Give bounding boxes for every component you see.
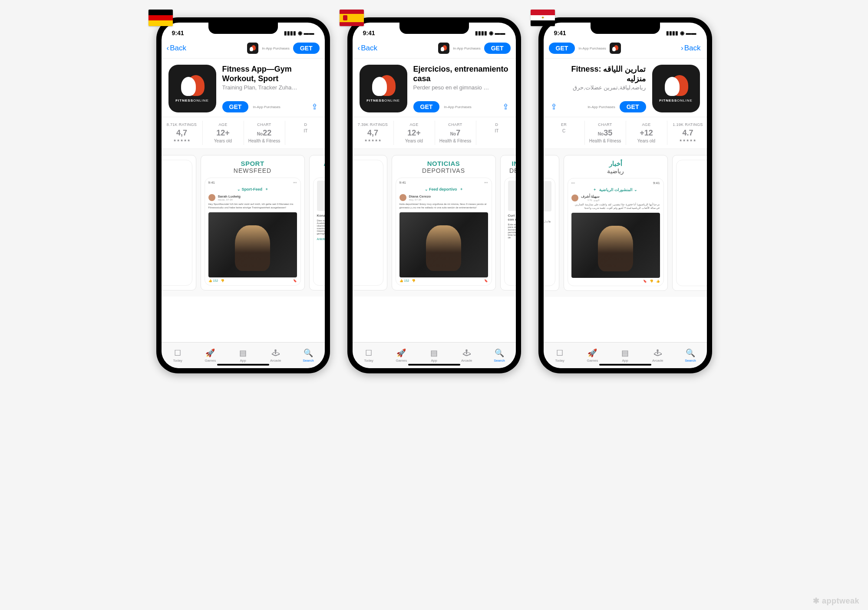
screenshots[interactable]: Ernährung Mehr > kg (-2 kg) 82.5 SPORT N… xyxy=(162,149,325,297)
nav-bar: ‹ Back In-App Purchases GET xyxy=(353,40,516,59)
search-icon: 🔍 xyxy=(304,348,313,358)
shot-heading-2: رياضية xyxy=(568,168,664,175)
status-icons: ▮▮▮▮ ◉ ▬▬ xyxy=(666,30,696,36)
phone-1: 9:41 ▮▮▮▮ ◉ ▬▬ ‹ Back xyxy=(347,17,521,373)
screenshot-right-partial[interactable]: AN Z Konzentra Dies ist eine Ü zur Ausbi… xyxy=(309,155,325,290)
back-button[interactable]: Back › xyxy=(681,44,701,53)
tab-search[interactable]: 🔍 Search xyxy=(292,343,324,368)
screenshots[interactable]: نظام غذائي < المزيد ٨٢٫٥ كج (-٢كج) 82.5 … xyxy=(544,149,707,297)
signal-icon: ▮▮▮▮ xyxy=(666,30,678,36)
stat-label: ER xyxy=(545,122,583,127)
app-icon[interactable]: FITNESSONLINE xyxy=(360,65,407,112)
dislike-icon[interactable]: 👎 xyxy=(221,279,224,283)
app-icon[interactable]: FITNESSONLINE xyxy=(652,65,700,112)
feed-actions[interactable]: 👍 152 👎 🔖 xyxy=(399,279,488,283)
feed-time: Heute, 07:34 xyxy=(218,198,241,201)
app-meta: Fitness App—Gym Workout, Sport Training … xyxy=(222,65,318,112)
tab-today[interactable]: ☐ Today xyxy=(162,343,194,368)
stat-label: 1.19K RATINGS xyxy=(669,122,707,127)
back-button[interactable]: ‹ Back xyxy=(358,44,378,53)
stats-row[interactable]: ER C CHART No35 Health & Fitness AGE +12… xyxy=(544,117,707,149)
feed-actions[interactable]: 👍 👎 🔖 xyxy=(571,280,660,283)
stat-sub: IT xyxy=(478,129,516,133)
share-icon[interactable]: ⇪ xyxy=(551,102,557,112)
get-button-small[interactable]: GET xyxy=(293,43,320,54)
avatar xyxy=(399,194,406,201)
feed-actions[interactable]: 👍 152 👎 🔖 xyxy=(208,279,297,283)
feed-text: Hola deportistas! Estoy muy orgullosa de… xyxy=(399,203,488,210)
bookmark-icon[interactable]: 🔖 xyxy=(293,279,297,283)
stat-cell: CHART No7 Health & Fitness xyxy=(435,121,476,145)
avatar xyxy=(571,195,578,201)
share-icon[interactable]: ⇪ xyxy=(311,102,318,112)
tab-search[interactable]: 🔍 Search xyxy=(483,343,515,368)
arcade-icon: 🕹 xyxy=(272,349,280,358)
phone-frame: 9:41 ▮▮▮▮ ◉ ▬▬ ‹ Back xyxy=(156,17,330,373)
stat-value: No22 xyxy=(246,129,283,138)
home-indicator[interactable] xyxy=(599,364,651,366)
exercise-image xyxy=(317,181,325,211)
screenshot-right-partial[interactable]: ت لات ثني هات رًا ات الاس ضلة xyxy=(544,155,559,291)
like-icon[interactable]: 👍 152 xyxy=(208,279,218,283)
get-button[interactable]: GET xyxy=(222,101,249,112)
screenshot-main[interactable]: NOTICIAS DEPORTIVAS 9:41◦◦◦ ⌄ Feed depor… xyxy=(392,155,496,290)
get-button-small[interactable]: GET xyxy=(549,43,575,54)
stats-row[interactable]: 8.71K RATINGS 4,7 ★★★★★ AGE 12+ Years ol… xyxy=(162,117,325,149)
get-button[interactable]: GET xyxy=(413,101,440,112)
iap-label: In-App Purchases xyxy=(453,46,481,50)
screenshot-left-partial[interactable]: Dieta Más > kg (-2 kg) 82.5 xyxy=(353,155,387,290)
feed-title: ⌄ Sport-Feed + xyxy=(208,187,297,191)
shot-heading-1: ت xyxy=(544,160,555,168)
more-link[interactable]: Mehr > xyxy=(162,213,188,217)
status-icons: ▮▮▮▮ ◉ ▬▬ xyxy=(284,30,314,36)
tab-today[interactable]: ☐ Today xyxy=(544,343,576,368)
app-icon[interactable]: FITNESSONLINE xyxy=(168,65,216,112)
tab-label: Arcade xyxy=(461,359,472,363)
bookmark-icon[interactable]: 🔖 xyxy=(643,280,647,283)
dislike-icon[interactable]: 👎 xyxy=(650,280,653,283)
nav-right: In-App Purchases GET xyxy=(438,43,510,54)
screenshot-left-partial[interactable]: نظام غذائي < المزيد ٨٢٫٥ كج (-٢كج) 82.5 xyxy=(672,155,707,291)
back-button[interactable]: ‹ Back xyxy=(167,44,187,53)
more-link[interactable]: < المزيد xyxy=(680,213,707,217)
share-icon[interactable]: ⇪ xyxy=(502,102,509,112)
tab-search[interactable]: 🔍 Search xyxy=(674,343,706,368)
screenshot-main[interactable]: أخبار رياضية 9:41◦◦◦ ⌄ المنشورات الرياضي… xyxy=(564,155,668,291)
feed-user-name: سهيلة أشرف xyxy=(581,195,600,198)
today-icon: ☐ xyxy=(365,348,372,358)
feed-user-name: Sarah Ludwig xyxy=(218,195,241,198)
phone-frame: 9:41 ▮▮▮▮ ◉ ▬▬ Back › xyxy=(538,17,712,373)
like-icon[interactable]: 👍 152 xyxy=(399,279,409,283)
battery-icon: ▬▬ xyxy=(686,30,696,36)
notch xyxy=(591,23,660,34)
tab-label: Games xyxy=(205,359,216,363)
screenshot-main[interactable]: SPORT NEWSFEED 9:41◦◦◦ ⌄ Sport-Feed + Sa… xyxy=(201,155,305,290)
signal-icon: ▮▮▮▮ xyxy=(284,30,296,36)
screenshots[interactable]: Dieta Más > kg (-2 kg) 82.5 NOTICIAS DEP… xyxy=(353,149,516,297)
screenshot-right-partial[interactable]: INST DE LO Curl de bice con mancue Este … xyxy=(500,155,516,290)
stat-label: AGE xyxy=(205,122,242,127)
stat-sub: Years old xyxy=(205,138,242,143)
exercise-link[interactable]: Anleitung xyxy=(317,237,325,241)
app-mini-icon xyxy=(610,43,621,54)
app-icon: ▤ xyxy=(621,348,629,358)
like-icon[interactable]: 👍 xyxy=(656,280,660,283)
get-button-small[interactable]: GET xyxy=(484,43,511,54)
tab-label: App xyxy=(431,359,437,363)
tab-today[interactable]: ☐ Today xyxy=(353,343,385,368)
home-indicator[interactable] xyxy=(217,364,269,366)
bookmark-icon[interactable]: 🔖 xyxy=(484,279,488,283)
tab-label: Arcade xyxy=(652,359,663,363)
get-button[interactable]: GET xyxy=(620,101,646,112)
home-indicator[interactable] xyxy=(408,364,460,366)
dislike-icon[interactable]: 👎 xyxy=(412,279,416,283)
more-link[interactable]: Más > xyxy=(353,213,380,217)
signal-icon: ◦◦◦ xyxy=(293,181,297,185)
battery-icon: ▬▬ xyxy=(304,30,314,36)
stats-row[interactable]: 7.39K RATINGS 4,7 ★★★★★ AGE 12+ Years ol… xyxy=(353,117,516,149)
status-time: 9:41 xyxy=(172,30,184,36)
iap-label-inline: In-App Purchases xyxy=(253,105,281,109)
screenshot-left-partial[interactable]: Ernährung Mehr > kg (-2 kg) 82.5 xyxy=(162,155,196,290)
shot-heading-1: NOTICIAS xyxy=(396,160,492,167)
stat-label: D xyxy=(287,122,325,127)
